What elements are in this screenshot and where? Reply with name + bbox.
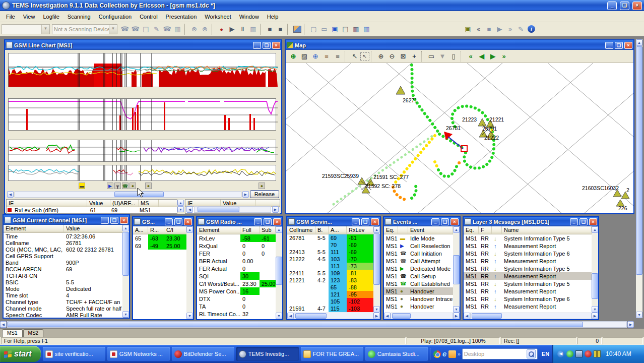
- vscroll-thumb[interactable]: [373, 233, 380, 285]
- pan-icon[interactable]: +: [409, 51, 420, 62]
- worksheet-add-icon[interactable]: ■: [265, 24, 275, 34]
- layers-icon[interactable]: ≡: [321, 51, 332, 62]
- legend-scroll-down-icon[interactable]: ▼: [177, 206, 184, 212]
- close-button[interactable]: ×: [184, 218, 192, 225]
- events-window[interactable]: Events ... _ ❏ × Eq.EventMS1▬Idle ModeMS…: [383, 216, 461, 320]
- go-next-icon[interactable]: ▶: [487, 51, 498, 62]
- report-icon[interactable]: ▦: [361, 24, 372, 34]
- stop-scan-icon[interactable]: ⊗: [200, 24, 210, 34]
- layer3-message-row[interactable]: MS1RR↑Measurement Report: [464, 287, 592, 295]
- close-button[interactable]: ×: [120, 217, 128, 224]
- neighbor-cell-row[interactable]: 65-88: [287, 284, 373, 291]
- event-row[interactable]: MS1▶Cell Reselection: [384, 242, 453, 250]
- legend2-header-ie[interactable]: IE: [185, 200, 221, 206]
- scroll-down-icon[interactable]: ▼: [592, 306, 598, 313]
- chart-close-button[interactable]: ×: [272, 42, 280, 49]
- neighbor-cell-row[interactable]: 113-73: [287, 263, 373, 270]
- close-button[interactable]: ×: [589, 218, 597, 225]
- tab-ms1[interactable]: MS1: [2, 329, 23, 337]
- current-channel-row[interactable]: Channel typeTCH/F + FACCH/F an: [4, 298, 122, 305]
- minimize-button[interactable]: _: [101, 217, 109, 224]
- meter-tray-icon[interactable]: [594, 350, 601, 357]
- scroll-right-icon[interactable]: ▶: [272, 206, 279, 213]
- scroll-down-icon[interactable]: ▼: [122, 311, 129, 318]
- menu-item-window[interactable]: Window: [235, 12, 263, 21]
- current-channel-row[interactable]: Cell GPRS Support: [4, 253, 122, 259]
- radio-parameter-row[interactable]: BER Actual0.00: [197, 257, 276, 265]
- current-channel-row[interactable]: BCCH ARFCN69: [4, 266, 122, 272]
- legend-row-rxlev-sub[interactable]: RxLev Sub (dBm) -61 69 MS1: [7, 207, 177, 213]
- column-header[interactable]: Sub: [260, 226, 276, 234]
- legend2-header-value[interactable]: Value: [221, 200, 256, 206]
- taskbar-task-button[interactable]: Camtasia Studi...: [365, 347, 428, 361]
- current-channel-row[interactable]: BSIC5-5: [4, 279, 122, 285]
- quick-launch-chevron-icon[interactable]: »: [458, 351, 461, 357]
- column-header[interactable]: [398, 226, 408, 234]
- radio-parameter-row[interactable]: SQI30: [197, 272, 276, 280]
- legend-header-ms[interactable]: MS: [139, 200, 159, 207]
- go-previous-icon[interactable]: ◀: [476, 51, 487, 62]
- layer3-message-row[interactable]: MS1RR↓System Information Type 5: [464, 234, 592, 242]
- scroll-up-icon[interactable]: ▲: [122, 225, 129, 231]
- hscroll-thumb[interactable]: [472, 313, 502, 319]
- radio-parameter-row[interactable]: TA0: [197, 302, 276, 310]
- gsm-ci-window[interactable]: GS... _ ❏ × A...R...C/I65-6323.3069-4925…: [132, 216, 194, 320]
- menu-item-scanning[interactable]: Scanning: [63, 12, 95, 21]
- go-last-icon[interactable]: »: [498, 51, 509, 62]
- column-header[interactable]: A...: [133, 226, 148, 234]
- map-window-titlebar[interactable]: Map _ ❏ ×: [286, 40, 633, 50]
- app-titlebar[interactable]: TEMS Investigation 9.1.1 Data Collection…: [0, 0, 644, 11]
- start-scan-icon[interactable]: ⊗: [189, 24, 200, 34]
- taskbar-task-button[interactable]: GSM Networks ...: [107, 347, 170, 361]
- menu-item-presentation[interactable]: Presentation: [162, 12, 201, 21]
- event-row[interactable]: MS1●Handover: [384, 302, 453, 310]
- scale-icon[interactable]: ▭: [426, 51, 437, 62]
- taskbar-task-button[interactable]: site verificatio...: [43, 347, 105, 361]
- column-header[interactable]: A...: [329, 226, 347, 234]
- tab-ms2[interactable]: MS2: [23, 329, 44, 337]
- scroll-left-icon[interactable]: ◀: [287, 313, 294, 319]
- map-close-button[interactable]: ×: [624, 42, 632, 49]
- vscroll-thumb[interactable]: [592, 273, 598, 299]
- minimize-button[interactable]: _: [431, 218, 439, 225]
- workspace-vscroll-thumb[interactable]: [636, 46, 642, 275]
- search-magnifier-icon[interactable]: [527, 349, 536, 358]
- radio-parameter-row[interactable]: MS Power Con...16: [197, 287, 276, 295]
- vscroll-thumb[interactable]: [453, 255, 460, 284]
- camtasia-tray-icon[interactable]: [566, 350, 573, 357]
- current-channel-row[interactable]: CGI (MCC, MNC, LAC, CI)602 02 2312 26781: [4, 246, 122, 253]
- scroll-down-icon[interactable]: ▼: [453, 306, 460, 313]
- hang-up-icon[interactable]: ☎: [162, 24, 172, 34]
- event-row[interactable]: MS1▶Dedicated Mode: [384, 265, 453, 272]
- column-header[interactable]: RxLev: [347, 226, 373, 234]
- layer3-message-row[interactable]: MS1RR↑Measurement Report: [464, 302, 592, 310]
- serving-titlebar[interactable]: GSM Servin... _ ❏ ×: [287, 217, 380, 226]
- scroll-up-icon[interactable]: ▲: [636, 39, 642, 46]
- scroll-left-icon[interactable]: ◀: [186, 206, 193, 213]
- desktop-search-input[interactable]: Desktop: [462, 348, 538, 359]
- column-header[interactable]: Element: [197, 226, 240, 234]
- play-icon[interactable]: ▶: [494, 24, 505, 34]
- radio-parameter-row[interactable]: C/I Worst/Best...23.3025.00: [197, 280, 276, 287]
- ci-row[interactable]: 69-4925.00: [133, 242, 186, 250]
- layer3-message-row[interactable]: MS1RR↑Measurement Report: [464, 272, 592, 280]
- close-button[interactable]: ×: [450, 218, 459, 225]
- print-preview-icon[interactable]: ▥: [351, 24, 361, 34]
- gsm-radio-parameters-window[interactable]: GSM Radio ... _ ❏ × ElementFullSubRxLev-…: [196, 216, 283, 320]
- internet-explorer-icon[interactable]: e: [441, 350, 448, 358]
- command-sequence-icon[interactable]: ▤: [141, 24, 151, 34]
- pen-tool-icon[interactable]: ✎: [516, 24, 526, 34]
- neighbor-cell-row[interactable]: 212224-5103-70: [287, 256, 373, 263]
- connect-phone-icon[interactable]: ☎: [119, 24, 130, 34]
- map-maximize-button[interactable]: ❏: [615, 42, 623, 49]
- scanner-combo[interactable]: Not a Scanning Device▼: [52, 24, 117, 34]
- map-window[interactable]: Map _ ❏ × ⊕ ▨ ⊕ ≡ ≡ ↖ ↖ ⊕ ⊖ ⊠ + ▭: [285, 39, 634, 214]
- stop-logfile-icon[interactable]: ▥: [248, 24, 259, 34]
- scroll-down-icon[interactable]: ▼: [186, 313, 193, 319]
- radio-parameter-row[interactable]: DTX0: [197, 295, 276, 302]
- column-header[interactable]: [492, 226, 502, 234]
- column-header[interactable]: Eq.: [464, 226, 479, 234]
- dropdown-arrow-icon[interactable]: ▼: [437, 51, 448, 62]
- scroll-left-icon[interactable]: ◀: [0, 321, 7, 328]
- go-first-icon[interactable]: «: [465, 51, 476, 62]
